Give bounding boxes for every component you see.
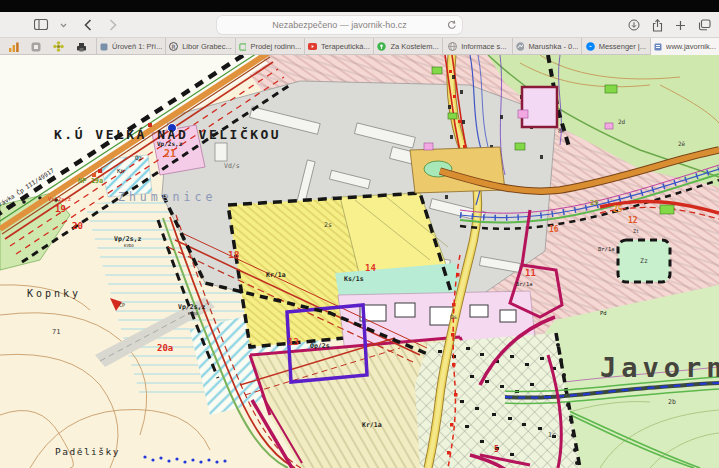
download-icon[interactable]: [628, 19, 640, 31]
tab-za-kostelem[interactable]: Za Kostelem...: [374, 38, 443, 55]
map-label: 2ě: [678, 140, 686, 147]
tab-label: Za Kostelem...: [390, 42, 438, 51]
map-label: Zz: [640, 257, 648, 265]
tab-libor-grabec[interactable]: R Libor Grabec...: [166, 38, 235, 55]
tab-informace[interactable]: Informace s...: [443, 38, 512, 55]
forward-icon[interactable]: [109, 19, 117, 31]
url-bar[interactable]: Nezabezpečeno — javornik-ho.cz: [217, 16, 462, 34]
tab-terapeuticka[interactable]: Terapeutická...: [305, 38, 374, 55]
url-text: Nezabezpečeno — javornik-ho.cz: [272, 20, 407, 30]
map-label: 12: [628, 216, 638, 225]
map-label: NP 19a: [78, 177, 103, 185]
registered-circle-icon: R: [169, 42, 178, 51]
tab-label: Messenger |...: [599, 42, 646, 51]
tab-label: Terapeutická...: [321, 42, 370, 51]
map-label: 21: [164, 148, 176, 159]
gis-gray-icon: [516, 42, 525, 51]
sidebar-icon[interactable]: [34, 19, 49, 31]
map-label: 18: [228, 249, 240, 260]
tab-bar: Úroveň 1: Pří... R Libor Grabec... Prode…: [0, 38, 719, 55]
tab-label: Libor Grabec...: [182, 42, 231, 51]
reload-icon[interactable]: [447, 20, 457, 30]
mapy-green-icon: [377, 42, 386, 51]
tab-marushka[interactable]: Marushka - 0...: [513, 38, 582, 55]
tab-overview-icon[interactable]: [698, 19, 711, 31]
tab-label: Marushka - 0...: [528, 42, 577, 51]
maroon-block: [522, 87, 557, 127]
tab-label: www.javornik...: [666, 42, 716, 51]
cadastral-map: K.Ú VELKÁ NAD VELIČKOUrávka Čp III/49917…: [0, 55, 719, 468]
map-label: 29: [590, 199, 598, 207]
map-label: Pd: [600, 310, 607, 316]
page-icon: [654, 43, 662, 51]
pinned-tabs: [0, 38, 97, 55]
screen-top-black-bar: [0, 0, 719, 12]
map-label: 5: [494, 445, 499, 454]
map-label: 1c: [548, 431, 556, 439]
map-label: Os: [450, 313, 458, 320]
map-label: Oz: [135, 154, 143, 161]
map-label: Op/2s: [310, 342, 330, 350]
new-tab-icon[interactable]: [675, 20, 686, 31]
map-label: KVDO: [124, 243, 134, 248]
chart-pinned-icon[interactable]: [9, 42, 19, 52]
globe-gray-icon: [448, 42, 457, 51]
map-label: CP: [119, 302, 125, 308]
map-label: 2s: [324, 221, 332, 229]
safari-toolbar: Nezabezpečeno — javornik-ho.cz: [0, 12, 719, 38]
back-icon[interactable]: [84, 19, 92, 31]
map-label: KVDO: [188, 311, 198, 316]
share-icon[interactable]: [652, 19, 663, 32]
map-label: Kn: [117, 167, 125, 174]
map-label: 20: [72, 221, 83, 231]
map-label: Ks/1s: [344, 275, 364, 283]
map-label: Javorník: [600, 352, 719, 383]
map-label: Br/1a: [598, 246, 615, 252]
map-label: 13: [288, 337, 299, 347]
map-label: 16: [549, 225, 559, 234]
messenger-icon: [586, 42, 595, 51]
map-label: Vd/s: [224, 162, 240, 170]
map-label: 11: [525, 268, 536, 278]
tab-javornik-active[interactable]: www.javornik...: [651, 38, 719, 55]
tab-label: Prodej rodinn...: [250, 42, 300, 51]
map-label: 14: [365, 263, 376, 273]
map-label: 20a: [157, 343, 173, 353]
map-label: Kr/1a: [266, 271, 286, 279]
map-label: Vp/2s,z: [178, 303, 205, 311]
map-label: 25: [613, 205, 623, 214]
tab-uroven[interactable]: Úroveň 1: Pří...: [97, 38, 166, 55]
realty-green-icon: [239, 43, 247, 51]
map-label: Zt: [633, 228, 639, 234]
tab-label: Úroveň 1: Pří...: [112, 42, 162, 51]
flower-pinned-icon[interactable]: [53, 41, 64, 52]
map-label: 2d: [618, 118, 626, 125]
map-label: Zhumenice: [118, 190, 216, 204]
gray-app-pinned-icon[interactable]: [31, 42, 41, 52]
map-label: 8r: [558, 127, 566, 134]
browser-window: { "browser": { "url_bar": { "text": "Nez…: [0, 0, 719, 468]
map-label: Kr/1a: [362, 421, 382, 429]
map-label: Kopnky: [27, 288, 81, 299]
svg-text:R: R: [172, 43, 176, 50]
map-label: Br/1a: [516, 281, 533, 287]
tab-label: Informace s...: [461, 42, 506, 51]
map-label: Vp/2s,z: [114, 235, 141, 243]
tab-messenger[interactable]: Messenger |...: [582, 38, 651, 55]
tab-prodej[interactable]: Prodej rodinn...: [236, 38, 305, 55]
printer-pinned-icon[interactable]: [76, 42, 87, 52]
map-label: Vs/2s,z: [48, 196, 71, 202]
map-label: Padělišky: [55, 446, 120, 457]
map-label: 19: [55, 204, 66, 214]
cadastral-map-viewport[interactable]: K.Ú VELKÁ NAD VELIČKOUrávka Čp III/49917…: [0, 55, 719, 468]
chevron-down-icon[interactable]: [60, 23, 67, 28]
youtube-icon: [308, 43, 317, 50]
map-label: 2b: [668, 398, 676, 406]
map-label: Vp/2s,z: [157, 140, 183, 148]
document-icon: [100, 43, 108, 51]
map-label: 71: [52, 328, 60, 336]
